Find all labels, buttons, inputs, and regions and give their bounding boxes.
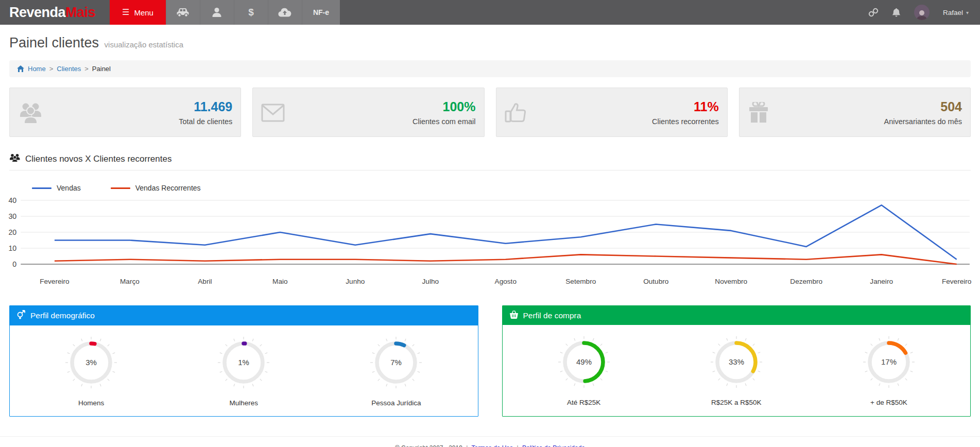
line-chart-svg: 010203040FevereiroMarçoAbrilMaioJunhoJul…: [5, 193, 975, 291]
home-icon: [17, 65, 24, 72]
panel-perfil-de-compra: Perfil de compra 49% Até R$25K 33% R$25K…: [502, 305, 971, 417]
svg-text:30: 30: [9, 212, 17, 220]
gauge-label: Pessoa Jurídica: [369, 399, 423, 407]
legend-item-vendas-recorrentes[interactable]: Vendas Recorrentes: [111, 184, 201, 192]
gauge-dial: 17%: [862, 335, 916, 391]
svg-text:33%: 33%: [729, 357, 744, 366]
gauge-mais-de-50k[interactable]: 17% + de R$50K: [862, 335, 916, 406]
chart-legend: Vendas Vendas Recorrentes: [32, 184, 980, 192]
gauge-dial: 7%: [369, 336, 423, 391]
user-icon: [212, 7, 221, 18]
gauge-dial: 3%: [64, 336, 118, 391]
breadcrumb-current: Painel: [92, 65, 111, 73]
svg-text:40: 40: [9, 196, 17, 204]
svg-text:7%: 7%: [391, 358, 402, 367]
cloud-upload-icon: [278, 8, 291, 18]
nav-finance[interactable]: $: [234, 0, 268, 25]
nfe-label: NF-e: [313, 8, 329, 16]
stat-card-clientes-recorrentes[interactable]: 11% Clientes recorrentes: [496, 88, 728, 137]
brand-second: Mais: [65, 5, 95, 21]
svg-text:Fevereiro: Fevereiro: [942, 278, 971, 285]
gauge-pessoa-juridica[interactable]: 7% Pessoa Jurídica: [369, 336, 423, 407]
svg-text:Outubro: Outubro: [643, 278, 668, 285]
svg-text:Agosto: Agosto: [495, 278, 517, 285]
gauge-dial: 1%: [217, 336, 270, 391]
bell-icon[interactable]: [892, 8, 901, 18]
line-chart[interactable]: 010203040FevereiroMarçoAbrilMaioJunhoJul…: [5, 193, 975, 291]
breadcrumb: Home > Clientes > Painel: [9, 60, 971, 77]
caret-down-icon: ▾: [966, 10, 969, 15]
stat-value: 100%: [443, 99, 476, 114]
svg-text:0: 0: [12, 260, 16, 268]
stat-value: 11%: [694, 99, 719, 114]
stat-card-aniversariantes[interactable]: 504 Aniversariantes do mês: [739, 88, 971, 137]
legend-item-vendas[interactable]: Vendas: [32, 184, 81, 192]
panel-body: 49% Até R$25K 33% R$25K a R$50K 17% + de…: [503, 325, 971, 416]
svg-text:20: 20: [9, 228, 17, 236]
nav-nfe[interactable]: NF-e: [302, 0, 340, 25]
navbar-spacer: [340, 0, 868, 25]
gauge-label: Até R$25K: [557, 399, 611, 406]
svg-text:Julho: Julho: [422, 278, 439, 285]
nav-clients[interactable]: [200, 0, 234, 25]
gauge-mulheres[interactable]: 1% Mulheres: [217, 336, 270, 407]
dollar-icon: $: [248, 7, 254, 18]
legend-label: Vendas: [57, 184, 81, 192]
breadcrumb-home[interactable]: Home: [28, 65, 46, 73]
gauge-label: Mulheres: [217, 399, 270, 407]
copyright-text: © Copyright 2007 - 2019: [395, 444, 462, 447]
thumbs-up-icon: [505, 95, 526, 130]
gift-icon: [748, 95, 769, 130]
gender-icon: [16, 310, 26, 321]
stats-row: 11.469 Total de clientes 100% Clientes c…: [9, 88, 971, 137]
menu-label: Menu: [134, 8, 153, 17]
user-menu[interactable]: Rafael ▾: [943, 9, 969, 16]
gauge-dial: 33%: [710, 335, 763, 391]
gauge-homens[interactable]: 3% Homens: [64, 336, 118, 407]
termos-de-uso-link[interactable]: Termos de Uso: [471, 444, 513, 447]
basket-icon: [509, 310, 519, 321]
svg-text:Abril: Abril: [198, 278, 212, 285]
gauge-label: R$25K a R$50K: [710, 399, 763, 406]
brand-first: Revenda: [9, 5, 65, 21]
politica-de-privacidade-link[interactable]: Política de Privacidade: [522, 444, 585, 447]
menu-button[interactable]: ☰ Menu: [110, 0, 166, 25]
svg-text:1%: 1%: [238, 358, 249, 367]
avatar[interactable]: [914, 5, 930, 20]
brand-logo[interactable]: RevendaMais: [0, 0, 110, 25]
footer-separator: |: [466, 444, 468, 447]
svg-text:Janeiro: Janeiro: [870, 278, 893, 285]
svg-text:Dezembro: Dezembro: [790, 278, 822, 285]
nav-cloud[interactable]: [268, 0, 302, 25]
gauge-25k-a-50k[interactable]: 33% R$25K a R$50K: [710, 335, 763, 406]
stat-card-total-clientes[interactable]: 11.469 Total de clientes: [9, 88, 241, 137]
svg-text:Novembro: Novembro: [715, 278, 747, 285]
page-title: Painel clientes: [9, 35, 99, 50]
svg-text:Março: Março: [120, 278, 140, 285]
footer: © Copyright 2007 - 2019 | Termos de Uso …: [0, 436, 980, 447]
hamburger-icon: ☰: [122, 8, 129, 16]
top-navbar: RevendaMais ☰ Menu $ NF-e: [0, 0, 980, 25]
panel-header: Perfil demográfico: [10, 306, 478, 325]
breadcrumb-clientes[interactable]: Clientes: [57, 65, 81, 73]
panel-title: Perfil de compra: [523, 311, 581, 320]
legend-swatch: [32, 187, 51, 189]
stat-card-clientes-email[interactable]: 100% Clientes com email: [252, 88, 484, 137]
svg-text:Setembro: Setembro: [565, 278, 596, 285]
panels-row: Perfil demográfico 3% Homens 1% Mulheres…: [9, 305, 971, 417]
svg-text:Junho: Junho: [346, 278, 365, 285]
stat-label: Clientes com email: [412, 117, 476, 126]
users-icon: [9, 153, 21, 165]
gauge-ate-25k[interactable]: 49% Até R$25K: [557, 335, 611, 406]
car-icon: [176, 7, 190, 18]
page-subtitle: visualização estatística: [105, 40, 183, 49]
svg-text:10: 10: [9, 244, 17, 252]
stat-value: 11.469: [194, 99, 232, 114]
svg-text:3%: 3%: [85, 358, 97, 367]
user-name-label: Rafael: [943, 9, 963, 16]
nav-vehicles[interactable]: [166, 0, 200, 25]
link-icon[interactable]: [868, 7, 879, 18]
svg-text:Fevereiro: Fevereiro: [40, 278, 69, 285]
users-icon: [18, 95, 45, 130]
svg-text:Maio: Maio: [272, 278, 288, 285]
